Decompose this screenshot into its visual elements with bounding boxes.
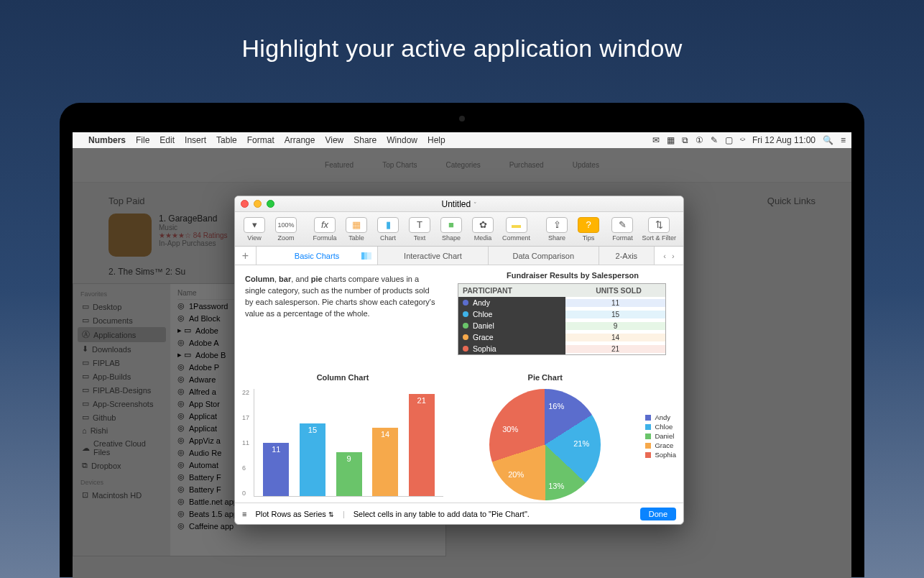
tb-zoom[interactable]: 100%Zoom [271,217,301,242]
hero-title: Highlight your active application window [0,0,924,91]
footer-bar: ≡ Plot Rows as Series ⇅ | Select cells i… [235,503,683,524]
sheet-tabs: + Basic Charts Interactive Chart Data Co… [235,247,683,265]
legend: Andy Chloe Daniel Grace Sophia [645,413,676,460]
menu-share[interactable]: Share [354,135,376,145]
bar-chloe[interactable]: 15 [300,423,325,496]
screen: Numbers File Edit Insert Table Format Ar… [73,132,851,578]
tab-comparison[interactable]: Data Comparison [489,247,599,265]
bar-andy[interactable]: 11 [263,443,289,497]
plot-mode-select[interactable]: Plot Rows as Series ⇅ [255,510,334,518]
tb-chart[interactable]: ▮Chart [373,217,403,242]
pie-chart[interactable]: Pie Chart 16% 21% 13% 20% 30% Andy [458,373,676,500]
table-row[interactable]: Andy11 [458,297,665,308]
tb-text[interactable]: TText [405,217,435,242]
add-sheet-button[interactable]: + [235,247,257,265]
tb-share[interactable]: ⇪Share [542,217,572,242]
col-units[interactable]: UNITS SOLD [572,284,665,297]
menu-app[interactable]: Numbers [88,135,126,145]
menu-format[interactable]: Format [247,135,274,145]
tabs-next-icon[interactable]: › [672,252,675,260]
toolbar: ▾View 100%Zoom fxFormula ▦Table ▮Chart T… [235,212,683,247]
col-participant[interactable]: PARTICIPANT [458,284,572,297]
column-chart[interactable]: Column Chart 22171160 11 15 9 14 21 [242,373,443,500]
document-title[interactable]: Untitled ˅ [441,199,476,209]
grid-icon[interactable]: ▦ [667,135,675,145]
pie-slice-chloe: 21% [573,439,589,448]
dropbox-icon[interactable]: ⧉ [682,135,688,145]
y-axis: 22171160 [242,389,254,497]
pie-slice-andy: 16% [548,402,564,410]
data-table[interactable]: PARTICIPANT UNITS SOLD Andy11 Chloe15 Da… [458,283,666,355]
notif-icon[interactable]: ≡ [841,135,846,145]
tab-basic-charts[interactable]: Basic Charts [257,247,378,265]
table-row[interactable]: Daniel9 [458,320,665,331]
zoom-icon[interactable] [267,200,274,208]
airplay-icon[interactable]: ▢ [725,135,733,145]
tb-table[interactable]: ▦Table [341,217,371,242]
menu-file[interactable]: File [136,135,149,145]
menu-arrange[interactable]: Arrange [285,135,315,145]
menu-view[interactable]: View [325,135,343,145]
tb-sort[interactable]: ⇅Sort & Filter [639,217,679,242]
bar-daniel[interactable]: 9 [336,452,362,496]
bar-grace[interactable]: 14 [372,428,398,496]
tab-2axis[interactable]: 2-Axis [599,247,655,265]
tb-format[interactable]: ✎Format [607,217,637,242]
spotlight-icon[interactable]: 🔍 [823,135,833,145]
canvas[interactable]: Column, bar, and pie charts compare valu… [235,265,683,503]
tb-tips[interactable]: ?Tips [573,217,604,242]
tabs-prev-icon[interactable]: ‹ [663,252,666,260]
one-icon[interactable]: ① [696,135,703,145]
tab-interactive[interactable]: Interactive Chart [378,247,489,265]
tb-shape[interactable]: ■Shape [436,217,466,242]
column-chart-title: Column Chart [242,373,443,382]
plot-mode-icon[interactable]: ≡ [242,510,246,518]
table-title: Fundraiser Results by Salesperson [479,271,666,280]
description-text: Column, bar, and pie charts compare valu… [245,274,439,320]
camera-dot [459,116,465,121]
pie-slice-daniel: 13% [548,482,564,490]
menu-edit[interactable]: Edit [160,135,175,145]
laptop-frame: Numbers File Edit Insert Table Format Ar… [60,103,864,577]
pie-chart-title: Pie Chart [458,373,632,382]
numbers-window[interactable]: Untitled ˅ ▾View 100%Zoom fxFormula ▦Tab… [234,196,684,525]
mail-icon[interactable]: ✉ [652,135,660,145]
minimize-icon[interactable] [254,200,262,208]
menu-help[interactable]: Help [428,135,445,145]
menu-window[interactable]: Window [387,135,417,145]
pie-slice-grace: 20% [508,470,524,479]
tb-comment[interactable]: ▬Comment [499,217,533,242]
tb-view[interactable]: ▾View [239,217,269,242]
pie-slice-sophia: 30% [502,425,518,434]
tb-media[interactable]: ✿Media [468,217,498,242]
table-row[interactable]: Grace14 [458,331,665,343]
footer-hint: Select cells in any table to add data to… [354,510,530,518]
wifi-icon[interactable]: ⌔ [740,135,745,145]
tb-formula[interactable]: fxFormula [310,217,340,242]
menu-table[interactable]: Table [216,135,237,145]
edit-icon[interactable]: ✎ [711,135,718,145]
done-button[interactable]: Done [640,508,676,520]
table-row[interactable]: Chloe15 [458,308,665,320]
bar-sophia[interactable]: 21 [409,394,435,496]
table-row[interactable]: Sophia21 [458,343,665,354]
menubar: Numbers File Edit Insert Table Format Ar… [73,132,851,148]
menu-insert[interactable]: Insert [185,135,206,145]
clock[interactable]: Fri 12 Aug 11:00 [752,135,816,145]
titlebar[interactable]: Untitled ˅ [235,196,683,212]
close-icon[interactable] [241,200,249,208]
bars: 11 15 9 14 21 [254,389,443,497]
